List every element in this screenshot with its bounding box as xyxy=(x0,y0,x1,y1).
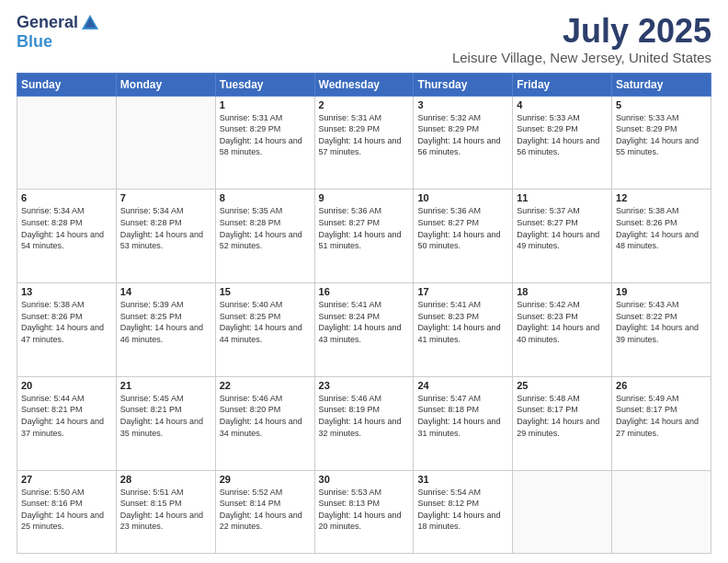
cell-sun-info: Sunrise: 5:43 AM Sunset: 8:22 PM Dayligh… xyxy=(616,299,707,345)
cell-sun-info: Sunrise: 5:52 AM Sunset: 8:14 PM Dayligh… xyxy=(220,487,311,533)
calendar-table: Sunday Monday Tuesday Wednesday Thursday… xyxy=(17,73,711,554)
day-number: 15 xyxy=(220,286,311,297)
day-number: 25 xyxy=(517,380,608,391)
header-wednesday: Wednesday xyxy=(314,73,414,96)
header-tuesday: Tuesday xyxy=(215,73,314,96)
logo-icon xyxy=(80,13,100,33)
table-row: 25Sunrise: 5:48 AM Sunset: 8:17 PM Dayli… xyxy=(513,376,612,470)
cell-sun-info: Sunrise: 5:44 AM Sunset: 8:21 PM Dayligh… xyxy=(21,393,112,439)
cell-sun-info: Sunrise: 5:32 AM Sunset: 8:29 PM Dayligh… xyxy=(417,112,508,158)
calendar-week-row: 20Sunrise: 5:44 AM Sunset: 8:21 PM Dayli… xyxy=(17,376,711,470)
table-row: 21Sunrise: 5:45 AM Sunset: 8:21 PM Dayli… xyxy=(116,376,215,470)
title-block: July 2025 Leisure Village, New Jersey, U… xyxy=(452,13,711,65)
table-row: 12Sunrise: 5:38 AM Sunset: 8:26 PM Dayli… xyxy=(612,190,711,283)
table-row: 31Sunrise: 5:54 AM Sunset: 8:12 PM Dayli… xyxy=(414,470,513,553)
table-row: 8Sunrise: 5:35 AM Sunset: 8:28 PM Daylig… xyxy=(215,190,314,283)
cell-sun-info: Sunrise: 5:53 AM Sunset: 8:13 PM Dayligh… xyxy=(319,487,410,533)
page-header: General Blue July 2025 Leisure Village, … xyxy=(17,13,711,65)
table-row: 26Sunrise: 5:49 AM Sunset: 8:17 PM Dayli… xyxy=(612,376,711,470)
calendar-week-row: 6Sunrise: 5:34 AM Sunset: 8:28 PM Daylig… xyxy=(17,190,711,283)
table-row: 20Sunrise: 5:44 AM Sunset: 8:21 PM Dayli… xyxy=(17,376,117,470)
day-number: 14 xyxy=(120,286,211,297)
table-row xyxy=(513,470,612,553)
header-saturday: Saturday xyxy=(612,73,711,96)
logo-blue: Blue xyxy=(17,33,52,52)
day-number: 23 xyxy=(319,380,410,391)
table-row: 18Sunrise: 5:42 AM Sunset: 8:23 PM Dayli… xyxy=(513,283,612,377)
cell-sun-info: Sunrise: 5:34 AM Sunset: 8:28 PM Dayligh… xyxy=(120,205,211,251)
table-row: 11Sunrise: 5:37 AM Sunset: 8:27 PM Dayli… xyxy=(513,190,612,283)
day-number: 6 xyxy=(21,192,112,203)
cell-sun-info: Sunrise: 5:40 AM Sunset: 8:25 PM Dayligh… xyxy=(220,299,311,345)
day-number: 10 xyxy=(417,192,508,203)
calendar-week-row: 13Sunrise: 5:38 AM Sunset: 8:26 PM Dayli… xyxy=(17,283,711,377)
cell-sun-info: Sunrise: 5:50 AM Sunset: 8:16 PM Dayligh… xyxy=(21,487,112,533)
cell-sun-info: Sunrise: 5:33 AM Sunset: 8:29 PM Dayligh… xyxy=(517,112,608,158)
cell-sun-info: Sunrise: 5:46 AM Sunset: 8:20 PM Dayligh… xyxy=(220,393,311,439)
day-number: 13 xyxy=(21,286,112,297)
day-number: 27 xyxy=(21,474,112,485)
cell-sun-info: Sunrise: 5:31 AM Sunset: 8:29 PM Dayligh… xyxy=(319,112,410,158)
table-row: 5Sunrise: 5:33 AM Sunset: 8:29 PM Daylig… xyxy=(612,96,711,190)
table-row: 15Sunrise: 5:40 AM Sunset: 8:25 PM Dayli… xyxy=(215,283,314,377)
table-row: 27Sunrise: 5:50 AM Sunset: 8:16 PM Dayli… xyxy=(17,470,117,553)
day-number: 17 xyxy=(417,286,508,297)
cell-sun-info: Sunrise: 5:51 AM Sunset: 8:15 PM Dayligh… xyxy=(120,487,211,533)
day-number: 9 xyxy=(319,192,410,203)
cell-sun-info: Sunrise: 5:39 AM Sunset: 8:25 PM Dayligh… xyxy=(120,299,211,345)
header-thursday: Thursday xyxy=(414,73,513,96)
table-row: 16Sunrise: 5:41 AM Sunset: 8:24 PM Dayli… xyxy=(314,283,414,377)
table-row: 28Sunrise: 5:51 AM Sunset: 8:15 PM Dayli… xyxy=(116,470,215,553)
cell-sun-info: Sunrise: 5:34 AM Sunset: 8:28 PM Dayligh… xyxy=(21,205,112,251)
logo-general: General xyxy=(17,14,78,32)
header-monday: Monday xyxy=(116,73,215,96)
cell-sun-info: Sunrise: 5:41 AM Sunset: 8:24 PM Dayligh… xyxy=(319,299,410,345)
calendar-week-row: 27Sunrise: 5:50 AM Sunset: 8:16 PM Dayli… xyxy=(17,470,711,553)
table-row: 7Sunrise: 5:34 AM Sunset: 8:28 PM Daylig… xyxy=(116,190,215,283)
cell-sun-info: Sunrise: 5:36 AM Sunset: 8:27 PM Dayligh… xyxy=(319,205,410,251)
day-number: 8 xyxy=(220,192,311,203)
day-number: 22 xyxy=(220,380,311,391)
table-row: 1Sunrise: 5:31 AM Sunset: 8:29 PM Daylig… xyxy=(215,96,314,190)
cell-sun-info: Sunrise: 5:54 AM Sunset: 8:12 PM Dayligh… xyxy=(417,487,508,533)
calendar-title: July 2025 xyxy=(452,13,711,50)
cell-sun-info: Sunrise: 5:49 AM Sunset: 8:17 PM Dayligh… xyxy=(616,393,707,439)
cell-sun-info: Sunrise: 5:42 AM Sunset: 8:23 PM Dayligh… xyxy=(517,299,608,345)
table-row: 6Sunrise: 5:34 AM Sunset: 8:28 PM Daylig… xyxy=(17,190,117,283)
table-row: 13Sunrise: 5:38 AM Sunset: 8:26 PM Dayli… xyxy=(17,283,117,377)
day-number: 1 xyxy=(220,99,311,110)
day-number: 26 xyxy=(616,380,707,391)
day-number: 11 xyxy=(517,192,608,203)
table-row: 24Sunrise: 5:47 AM Sunset: 8:18 PM Dayli… xyxy=(414,376,513,470)
table-row: 23Sunrise: 5:46 AM Sunset: 8:19 PM Dayli… xyxy=(314,376,414,470)
day-number: 19 xyxy=(616,286,707,297)
table-row: 17Sunrise: 5:41 AM Sunset: 8:23 PM Dayli… xyxy=(414,283,513,377)
table-row: 22Sunrise: 5:46 AM Sunset: 8:20 PM Dayli… xyxy=(215,376,314,470)
cell-sun-info: Sunrise: 5:46 AM Sunset: 8:19 PM Dayligh… xyxy=(319,393,410,439)
day-number: 29 xyxy=(220,474,311,485)
day-number: 28 xyxy=(120,474,211,485)
cell-sun-info: Sunrise: 5:36 AM Sunset: 8:27 PM Dayligh… xyxy=(417,205,508,251)
header-sunday: Sunday xyxy=(17,73,117,96)
table-row xyxy=(17,96,117,190)
table-row: 3Sunrise: 5:32 AM Sunset: 8:29 PM Daylig… xyxy=(414,96,513,190)
table-row: 29Sunrise: 5:52 AM Sunset: 8:14 PM Dayli… xyxy=(215,470,314,553)
logo: General Blue xyxy=(17,13,100,52)
day-number: 18 xyxy=(517,286,608,297)
cell-sun-info: Sunrise: 5:45 AM Sunset: 8:21 PM Dayligh… xyxy=(120,393,211,439)
table-row: 9Sunrise: 5:36 AM Sunset: 8:27 PM Daylig… xyxy=(314,190,414,283)
day-number: 21 xyxy=(120,380,211,391)
calendar-week-row: 1Sunrise: 5:31 AM Sunset: 8:29 PM Daylig… xyxy=(17,96,711,190)
table-row xyxy=(116,96,215,190)
header-friday: Friday xyxy=(513,73,612,96)
table-row: 10Sunrise: 5:36 AM Sunset: 8:27 PM Dayli… xyxy=(414,190,513,283)
cell-sun-info: Sunrise: 5:38 AM Sunset: 8:26 PM Dayligh… xyxy=(616,205,707,251)
day-number: 7 xyxy=(120,192,211,203)
cell-sun-info: Sunrise: 5:37 AM Sunset: 8:27 PM Dayligh… xyxy=(517,205,608,251)
calendar-location: Leisure Village, New Jersey, United Stat… xyxy=(452,50,711,65)
day-number: 16 xyxy=(319,286,410,297)
cell-sun-info: Sunrise: 5:31 AM Sunset: 8:29 PM Dayligh… xyxy=(220,112,311,158)
table-row xyxy=(612,470,711,553)
table-row: 14Sunrise: 5:39 AM Sunset: 8:25 PM Dayli… xyxy=(116,283,215,377)
cell-sun-info: Sunrise: 5:38 AM Sunset: 8:26 PM Dayligh… xyxy=(21,299,112,345)
